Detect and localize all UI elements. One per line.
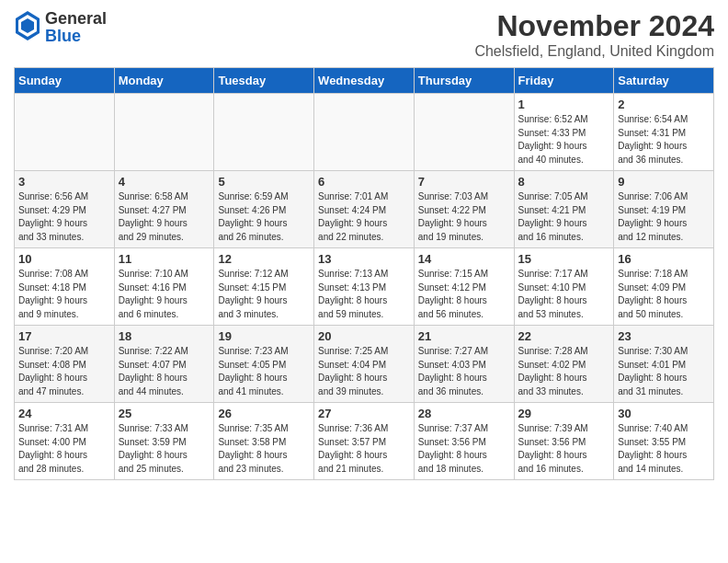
header-day-wednesday: Wednesday	[314, 68, 415, 94]
day-info: Sunrise: 7:15 AM Sunset: 4:12 PM Dayligh…	[418, 268, 510, 321]
calendar-cell: 28Sunrise: 7:37 AM Sunset: 3:56 PM Dayli…	[414, 403, 514, 480]
day-info: Sunrise: 7:06 AM Sunset: 4:19 PM Dayligh…	[618, 190, 710, 244]
logo-icon	[14, 9, 41, 46]
calendar-cell: 3Sunrise: 6:56 AM Sunset: 4:29 PM Daylig…	[15, 171, 115, 248]
calendar-cell	[114, 94, 214, 171]
day-info: Sunrise: 7:17 AM Sunset: 4:10 PM Dayligh…	[518, 268, 610, 321]
calendar-cell: 4Sunrise: 6:58 AM Sunset: 4:27 PM Daylig…	[114, 171, 214, 248]
day-info: Sunrise: 7:08 AM Sunset: 4:18 PM Dayligh…	[18, 268, 110, 321]
calendar-cell: 5Sunrise: 6:59 AM Sunset: 4:26 PM Daylig…	[214, 171, 314, 248]
day-info: Sunrise: 7:12 AM Sunset: 4:15 PM Dayligh…	[218, 268, 310, 321]
day-number: 28	[418, 407, 510, 420]
calendar-cell: 30Sunrise: 7:40 AM Sunset: 3:55 PM Dayli…	[614, 403, 714, 480]
calendar-cell: 23Sunrise: 7:30 AM Sunset: 4:01 PM Dayli…	[614, 326, 714, 403]
day-number: 7	[418, 175, 510, 189]
day-number: 9	[618, 175, 710, 189]
day-number: 29	[518, 407, 610, 420]
day-info: Sunrise: 6:58 AM Sunset: 4:27 PM Dayligh…	[119, 190, 210, 244]
header-day-monday: Monday	[114, 68, 214, 94]
day-number: 14	[418, 252, 510, 266]
calendar-cell: 25Sunrise: 7:33 AM Sunset: 3:59 PM Dayli…	[114, 403, 214, 480]
week-row-2: 10Sunrise: 7:08 AM Sunset: 4:18 PM Dayli…	[15, 248, 714, 326]
day-info: Sunrise: 7:28 AM Sunset: 4:02 PM Dayligh…	[518, 345, 610, 398]
calendar-cell	[314, 94, 415, 171]
week-row-4: 24Sunrise: 7:31 AM Sunset: 4:00 PM Dayli…	[15, 403, 714, 480]
day-number: 13	[318, 252, 410, 266]
day-info: Sunrise: 6:56 AM Sunset: 4:29 PM Dayligh…	[18, 190, 110, 244]
day-number: 1	[518, 98, 610, 111]
calendar-cell: 12Sunrise: 7:12 AM Sunset: 4:15 PM Dayli…	[214, 248, 314, 326]
day-number: 11	[119, 252, 210, 266]
day-number: 25	[119, 407, 210, 420]
header-row: SundayMondayTuesdayWednesdayThursdayFrid…	[15, 68, 714, 94]
header-day-sunday: Sunday	[15, 68, 115, 94]
day-number: 4	[119, 175, 210, 189]
day-number: 20	[318, 329, 410, 343]
logo-general: General	[45, 9, 107, 28]
day-info: Sunrise: 6:59 AM Sunset: 4:26 PM Dayligh…	[218, 190, 310, 244]
day-info: Sunrise: 7:22 AM Sunset: 4:07 PM Dayligh…	[119, 345, 210, 398]
day-info: Sunrise: 7:33 AM Sunset: 3:59 PM Dayligh…	[119, 422, 210, 476]
main-title: November 2024	[474, 9, 714, 43]
day-number: 27	[318, 407, 410, 420]
day-number: 2	[618, 98, 710, 111]
day-number: 15	[518, 252, 610, 266]
day-info: Sunrise: 7:13 AM Sunset: 4:13 PM Dayligh…	[318, 268, 410, 321]
calendar-cell: 6Sunrise: 7:01 AM Sunset: 4:24 PM Daylig…	[314, 171, 415, 248]
day-info: Sunrise: 7:31 AM Sunset: 4:00 PM Dayligh…	[18, 422, 110, 476]
day-number: 24	[18, 407, 110, 420]
day-info: Sunrise: 7:01 AM Sunset: 4:24 PM Dayligh…	[318, 190, 410, 244]
calendar-cell: 2Sunrise: 6:54 AM Sunset: 4:31 PM Daylig…	[614, 94, 714, 171]
day-number: 23	[618, 329, 710, 343]
week-row-1: 3Sunrise: 6:56 AM Sunset: 4:29 PM Daylig…	[15, 171, 714, 248]
calendar-cell: 24Sunrise: 7:31 AM Sunset: 4:00 PM Dayli…	[15, 403, 115, 480]
day-number: 5	[218, 175, 310, 189]
calendar-table: SundayMondayTuesdayWednesdayThursdayFrid…	[14, 67, 714, 480]
day-info: Sunrise: 7:23 AM Sunset: 4:05 PM Dayligh…	[218, 345, 310, 398]
day-number: 6	[318, 175, 410, 189]
day-info: Sunrise: 7:27 AM Sunset: 4:03 PM Dayligh…	[418, 345, 510, 398]
day-info: Sunrise: 7:20 AM Sunset: 4:08 PM Dayligh…	[18, 345, 110, 398]
calendar-cell: 17Sunrise: 7:20 AM Sunset: 4:08 PM Dayli…	[15, 326, 115, 403]
calendar-cell: 10Sunrise: 7:08 AM Sunset: 4:18 PM Dayli…	[15, 248, 115, 326]
day-info: Sunrise: 7:36 AM Sunset: 3:57 PM Dayligh…	[318, 422, 410, 476]
calendar-cell: 27Sunrise: 7:36 AM Sunset: 3:57 PM Dayli…	[314, 403, 415, 480]
calendar-cell	[214, 94, 314, 171]
day-number: 22	[518, 329, 610, 343]
calendar-cell: 15Sunrise: 7:17 AM Sunset: 4:10 PM Dayli…	[514, 248, 614, 326]
calendar-cell: 14Sunrise: 7:15 AM Sunset: 4:12 PM Dayli…	[414, 248, 514, 326]
day-info: Sunrise: 6:54 AM Sunset: 4:31 PM Dayligh…	[618, 113, 710, 167]
day-info: Sunrise: 7:25 AM Sunset: 4:04 PM Dayligh…	[318, 345, 410, 398]
day-number: 8	[518, 175, 610, 189]
logo-blue: Blue	[45, 27, 81, 45]
header-day-tuesday: Tuesday	[214, 68, 314, 94]
calendar-cell: 26Sunrise: 7:35 AM Sunset: 3:58 PM Dayli…	[214, 403, 314, 480]
subtitle: Chelsfield, England, United Kingdom	[474, 43, 714, 60]
day-info: Sunrise: 7:39 AM Sunset: 3:56 PM Dayligh…	[518, 422, 610, 476]
calendar-cell: 29Sunrise: 7:39 AM Sunset: 3:56 PM Dayli…	[514, 403, 614, 480]
calendar-cell: 16Sunrise: 7:18 AM Sunset: 4:09 PM Dayli…	[614, 248, 714, 326]
day-info: Sunrise: 7:37 AM Sunset: 3:56 PM Dayligh…	[418, 422, 510, 476]
week-row-3: 17Sunrise: 7:20 AM Sunset: 4:08 PM Dayli…	[15, 326, 714, 403]
calendar-cell: 8Sunrise: 7:05 AM Sunset: 4:21 PM Daylig…	[514, 171, 614, 248]
day-number: 12	[218, 252, 310, 266]
calendar-cell: 21Sunrise: 7:27 AM Sunset: 4:03 PM Dayli…	[414, 326, 514, 403]
calendar-cell: 9Sunrise: 7:06 AM Sunset: 4:19 PM Daylig…	[614, 171, 714, 248]
day-info: Sunrise: 7:10 AM Sunset: 4:16 PM Dayligh…	[119, 268, 210, 321]
day-info: Sunrise: 6:52 AM Sunset: 4:33 PM Dayligh…	[518, 113, 610, 167]
day-info: Sunrise: 7:30 AM Sunset: 4:01 PM Dayligh…	[618, 345, 710, 398]
calendar-cell: 20Sunrise: 7:25 AM Sunset: 4:04 PM Dayli…	[314, 326, 415, 403]
day-number: 26	[218, 407, 310, 420]
calendar-cell: 7Sunrise: 7:03 AM Sunset: 4:22 PM Daylig…	[414, 171, 514, 248]
day-info: Sunrise: 7:05 AM Sunset: 4:21 PM Dayligh…	[518, 190, 610, 244]
day-number: 16	[618, 252, 710, 266]
calendar-cell: 13Sunrise: 7:13 AM Sunset: 4:13 PM Dayli…	[314, 248, 415, 326]
header: General Blue November 2024 Chelsfield, E…	[14, 9, 714, 60]
calendar-cell: 18Sunrise: 7:22 AM Sunset: 4:07 PM Dayli…	[114, 326, 214, 403]
day-number: 10	[18, 252, 110, 266]
day-number: 21	[418, 329, 510, 343]
calendar-cell: 22Sunrise: 7:28 AM Sunset: 4:02 PM Dayli…	[514, 326, 614, 403]
day-info: Sunrise: 7:35 AM Sunset: 3:58 PM Dayligh…	[218, 422, 310, 476]
day-number: 17	[18, 329, 110, 343]
day-info: Sunrise: 7:18 AM Sunset: 4:09 PM Dayligh…	[618, 268, 710, 321]
